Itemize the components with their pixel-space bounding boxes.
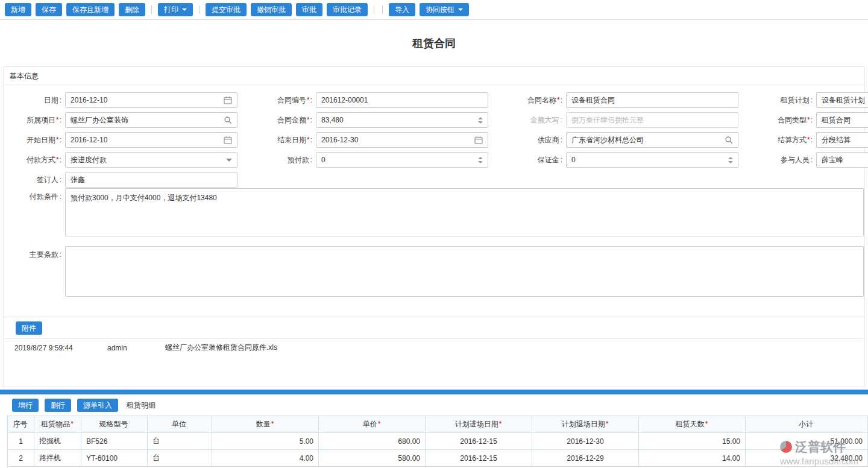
date-label: 日期: [8,95,65,106]
column-header-spec: 规格型号 [81,416,148,433]
attachment-filename[interactable]: 螺丝厂办公室装修租赁合同原件.xls [165,343,277,353]
calendar-icon[interactable] [474,136,483,144]
field-contract-name: 合同名称*: 设备租赁合同 [507,92,738,108]
save-and-new-button[interactable]: 保存且新增 [66,3,115,16]
contract-amount-input[interactable]: 83,480 [316,112,488,128]
cell-unit: 台 [148,450,212,467]
attachment-section: 附件 2019/8/27 9:59:44 admin 螺丝厂办公室装修租赁合同原… [4,317,864,387]
submit-approval-button[interactable]: 提交审批 [206,3,247,16]
field-participants: 参与人员: 薛宝峰 [757,152,868,168]
cell-days: 15.00 [639,433,746,450]
toolbar-separator [199,5,200,14]
number-spinner[interactable] [478,157,483,163]
spinner-down-icon[interactable] [728,161,733,163]
amount-in-words-input: 捌万叁仟肆佰捌拾元整 [566,112,738,128]
column-header-item: 租赁物品* [34,416,81,433]
field-signer: 签订人: 张鑫 [8,172,237,188]
table-row[interactable]: 2 路拌机 YT-60100 台 4.00 580.00 2016-12-15 … [8,450,868,467]
print-button-label: 打印 [164,5,178,15]
start-date-label: 开始日期*: [8,135,65,145]
spinner-up-icon[interactable] [478,157,483,159]
cell-price: 580.00 [319,450,426,467]
cell-seq: 1 [8,433,34,450]
cell-item: 挖掘机 [34,433,81,450]
field-contract-no: 合同编号*: 201612-00001 [257,92,488,108]
spinner-down-icon[interactable] [478,161,483,163]
number-spinner[interactable] [478,117,483,124]
payment-terms-textarea[interactable]: 预付款3000，月中支付4000，退场支付13480 [65,188,864,236]
lease-plan-input[interactable]: 设备租赁计划 [816,92,868,108]
spinner-up-icon[interactable] [728,157,733,159]
table-row[interactable]: 1 挖掘机 BF526 台 5.00 680.00 2016-12-15 201… [8,433,868,450]
field-contract-amount: 合同金额*: 83,480 [257,112,488,128]
field-project: 所属项目*: 螺丝厂办公室装饰 [8,112,237,128]
cell-unit: 台 [148,433,212,450]
project-input[interactable]: 螺丝厂办公室装饰 [65,112,237,128]
field-main-clauses: 主要条款: [8,246,864,297]
payment-terms-label: 付款条件: [8,188,65,202]
column-header-subtotal: 小计 [746,416,868,433]
field-lease-plan: 租赁计划: 设备租赁计划 [757,92,868,108]
lease-detail-section: 增行 删行 源单引入 租赁明细 序号 租赁物品* 规格型号 单位 数量* 单价*… [0,399,868,467]
revoke-approval-button[interactable]: 撤销审批 [251,3,292,16]
payment-method-label: 付款方式*: [8,155,65,165]
settlement-label: 结算方式*: [757,135,816,145]
supplier-input[interactable]: 广东省河沙材料总公司 [566,132,738,148]
start-date-input[interactable]: 2016-12-10 [65,132,237,148]
contract-type-input[interactable]: 租赁合同 [816,112,868,128]
field-advance-payment: 预付款: 0 [257,152,488,168]
settlement-input[interactable]: 分段结算 [816,132,868,148]
main-toolbar: 新增 保存 保存且新增 删除 打印 提交审批 撤销审批 审批 审批记录 导入 协… [0,0,868,20]
import-button[interactable]: 导入 [389,3,415,16]
basic-info-form: 日期: 2016-12-10 合同编号*: 201612-00001 合同名称*… [4,85,864,317]
lease-detail-table: 序号 租赁物品* 规格型号 单位 数量* 单价* 计划进场日期* 计划退场日期*… [7,416,868,467]
save-button[interactable]: 保存 [36,3,62,16]
cell-entry-date: 2016-12-15 [426,433,532,450]
new-button[interactable]: 新增 [5,3,31,16]
field-end-date: 结束日期*: 2016-12-30 [257,132,488,148]
caret-down-icon[interactable] [226,159,232,162]
detail-section-title: 租赁明细 [127,400,156,411]
cell-item: 路拌机 [34,450,81,467]
approval-records-button[interactable]: 审批记录 [327,3,368,16]
search-icon[interactable] [224,116,232,124]
end-date-input[interactable]: 2016-12-30 [316,132,488,148]
delete-button[interactable]: 删除 [119,3,145,16]
deposit-input[interactable]: 0 [566,152,738,168]
delete-row-button[interactable]: 删行 [45,399,71,412]
section-divider-bar [0,390,868,394]
payment-method-select[interactable]: 按进度付款 [65,152,237,168]
signer-input[interactable]: 张鑫 [65,172,237,188]
number-spinner[interactable] [728,157,733,163]
spinner-down-icon[interactable] [478,121,483,124]
contract-no-label: 合同编号*: [257,95,316,106]
attachment-file-row[interactable]: 2019/8/27 9:59:44 admin 螺丝厂办公室装修租赁合同原件.x… [4,338,864,356]
toolbar-separator [374,5,374,14]
contract-name-input[interactable]: 设备租赁合同 [566,92,738,108]
cell-exit-date: 2016-12-30 [532,433,639,450]
amount-in-words-label: 金额大写: [507,115,566,125]
collaboration-button[interactable]: 协同按钮 [420,3,469,16]
source-import-button[interactable]: 源单引入 [77,399,118,412]
column-header-qty: 数量* [212,416,319,433]
date-input[interactable]: 2016-12-10 [65,92,237,108]
page-title: 租赁合同 [412,36,456,51]
attachment-button[interactable]: 附件 [16,321,42,335]
calendar-icon[interactable] [224,136,232,144]
project-label: 所属项目*: [8,115,65,125]
field-start-date: 开始日期*: 2016-12-10 [8,132,237,148]
add-row-button[interactable]: 增行 [12,399,39,412]
advance-payment-input[interactable]: 0 [316,152,488,168]
approve-button[interactable]: 审批 [296,3,322,16]
print-button[interactable]: 打印 [158,3,193,16]
participants-input[interactable]: 薛宝峰 [816,152,868,168]
spinner-up-icon[interactable] [478,117,483,119]
signer-label: 签订人: [8,175,65,185]
search-icon[interactable] [725,136,733,144]
cell-exit-date: 2016-12-29 [532,450,639,467]
calendar-icon[interactable] [224,96,232,104]
main-clauses-textarea[interactable] [65,246,864,297]
caret-down-icon [182,8,187,11]
contract-no-input[interactable]: 201612-00001 [316,92,488,108]
end-date-label: 结束日期*: [257,135,316,145]
